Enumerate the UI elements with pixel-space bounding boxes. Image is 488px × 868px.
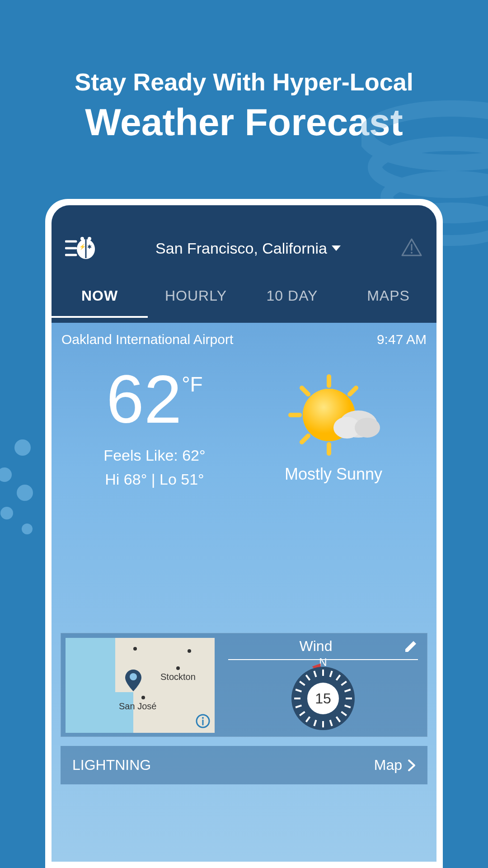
location-text: San Francisco, California <box>155 240 327 257</box>
menu-button[interactable]: ⚡ ✱ <box>65 237 97 259</box>
station-row: Oakland International Airport 9:47 AM <box>52 323 436 356</box>
info-icon[interactable] <box>196 714 210 728</box>
svg-point-6 <box>17 485 33 501</box>
nav-header: ⚡ ✱ San Francisco, California <box>52 205 436 323</box>
lightning-label: LIGHTNING <box>72 757 151 774</box>
alert-icon <box>400 237 423 257</box>
svg-text:✱: ✱ <box>87 244 92 250</box>
phone-frame: ⚡ ✱ San Francisco, California <box>45 199 443 868</box>
map-city-stockton: Stockton <box>160 672 196 682</box>
wind-speed: 15 <box>307 683 339 714</box>
svg-point-4 <box>14 439 31 456</box>
hi-lo: Hi 68° | Lo 51° <box>65 471 244 488</box>
main-weather: 62 °F Feels Like: 62° Hi 68° | Lo 51° <box>52 356 436 506</box>
lightning-panel[interactable]: LIGHTNING Map <box>61 746 427 784</box>
phone-screen: ⚡ ✱ San Francisco, California <box>52 205 436 862</box>
dropdown-icon <box>331 245 342 252</box>
map-pin-icon <box>124 669 142 692</box>
wind-compass: N 15 <box>291 667 355 730</box>
tab-maps[interactable]: MAPS <box>340 274 436 318</box>
station-time: 9:47 AM <box>377 332 427 347</box>
svg-point-29 <box>355 418 380 438</box>
tab-hourly[interactable]: HOURLY <box>148 274 244 318</box>
edit-icon[interactable] <box>404 639 418 654</box>
svg-point-8 <box>22 524 33 534</box>
svg-line-22 <box>302 388 308 394</box>
temp-value: 62 <box>106 365 182 433</box>
svg-point-7 <box>0 507 13 519</box>
station-name: Oakland International Airport <box>61 332 233 347</box>
svg-line-24 <box>350 388 356 394</box>
map-thumbnail[interactable]: Stockton San José <box>66 638 215 733</box>
tab-10day[interactable]: 10 DAY <box>244 274 340 318</box>
svg-point-32 <box>202 717 204 719</box>
location-select[interactable]: San Francisco, California <box>155 240 342 257</box>
svg-point-14 <box>88 237 91 241</box>
tabs: NOW HOURLY 10 DAY MAPS <box>52 269 436 323</box>
svg-point-18 <box>411 252 413 254</box>
feels-like: Feels Like: 62° <box>65 447 244 464</box>
svg-line-23 <box>302 436 308 442</box>
temperature: 62 °F <box>65 365 244 433</box>
svg-point-13 <box>80 237 84 241</box>
bg-dots-decoration <box>0 439 50 552</box>
wind-panel: Stockton San José Wind <box>61 633 427 737</box>
temp-unit: °F <box>182 372 203 396</box>
chevron-right-icon <box>408 759 416 772</box>
condition-text: Mostly Sunny <box>285 465 382 484</box>
wind-label: Wind <box>228 638 404 655</box>
svg-point-30 <box>130 673 137 680</box>
tab-now[interactable]: NOW <box>52 274 148 318</box>
map-city-sanjose: San José <box>119 701 156 712</box>
menu-icon: ⚡ ✱ <box>65 237 97 259</box>
svg-point-5 <box>0 467 12 482</box>
alert-button[interactable] <box>400 237 423 259</box>
lightning-action: Map <box>374 757 402 774</box>
svg-text:⚡: ⚡ <box>79 243 86 250</box>
weather-condition-icon <box>284 370 383 456</box>
